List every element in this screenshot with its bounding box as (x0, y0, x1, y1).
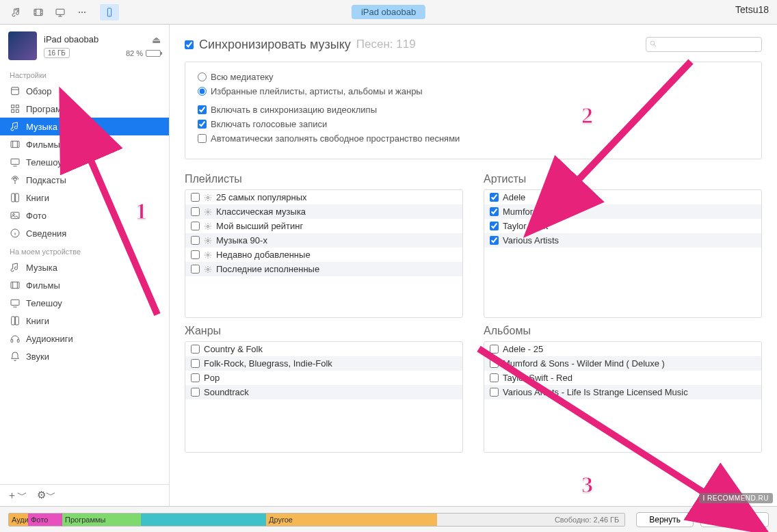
list-item[interactable]: Adele (484, 190, 761, 204)
check-include-videos[interactable]: Включать в синхронизацию видеоклипы (198, 105, 749, 115)
sidebar-item-podcasts[interactable]: Подкасты (0, 171, 169, 189)
storage-seg-photo: Фото (28, 514, 62, 526)
list-item[interactable]: Недавно добавленные (185, 248, 462, 262)
sync-title: Синхронизировать музыку (199, 38, 351, 52)
revert-button[interactable]: Вернуть (636, 512, 694, 527)
bottom-bar: Аудио Фото Программы Другое Свободно: 2,… (0, 506, 777, 532)
storage-seg-audio: Аудио (9, 514, 28, 526)
search-input[interactable] (646, 37, 762, 52)
svg-point-2 (79, 11, 80, 12)
user-label: Tetsu18 (735, 4, 769, 15)
ondevice-books[interactable]: Книги (0, 312, 169, 330)
svg-rect-11 (16, 109, 18, 112)
smart-playlist-icon (204, 194, 212, 202)
list-item[interactable]: Country & Folk (185, 342, 462, 356)
sidebar-item-photos[interactable]: Фото (0, 207, 169, 224)
sync-music-checkbox[interactable] (185, 40, 194, 49)
list-item[interactable]: Мой высший рейтинг (185, 219, 462, 233)
genres-title: Жанры (185, 325, 463, 337)
sidebar-item-music[interactable]: Музыка (0, 118, 169, 135)
apply-button[interactable]: Применить (700, 512, 769, 527)
sidebar-label: Музыка (26, 263, 57, 273)
list-item[interactable]: Последние исполненные (185, 262, 462, 276)
ondevice-tones[interactable]: Звуки (0, 347, 169, 365)
device-thumbnail (8, 31, 37, 60)
artists-listbox[interactable]: Adele Mumford & Sons Taylor Swift Variou… (484, 189, 762, 318)
list-item[interactable]: Various Artists - Life Is Strange Licens… (484, 385, 761, 399)
list-item[interactable]: Soundtrack (185, 385, 462, 399)
sidebar-label: Телешоу (26, 157, 62, 168)
svg-rect-1 (56, 9, 64, 14)
sidebar-item-tvshows[interactable]: Телешоу (0, 153, 169, 171)
music-library-icon[interactable] (7, 4, 26, 21)
device-header: iPad obaobab 16 ГБ ⏏ 82 % (0, 25, 169, 66)
list-item[interactable]: Pop (185, 371, 462, 385)
device-badge[interactable]: iPad obaobab (352, 5, 425, 19)
svg-point-26 (207, 239, 209, 241)
svg-point-6 (109, 14, 109, 15)
radio-selected-items[interactable]: Избранные плейлисты, артисты, альбомы и … (198, 86, 749, 96)
sidebar: iPad obaobab 16 ГБ ⏏ 82 % Настройки Обзо… (0, 25, 170, 506)
content-area: Синхронизировать музыку Песен: 119 Всю м… (170, 25, 777, 506)
sidebar-item-overview[interactable]: Обзор (0, 82, 169, 100)
check-autofill[interactable]: Автоматически заполнять свободное простр… (198, 133, 749, 144)
svg-rect-8 (12, 105, 14, 108)
storage-seg-free: Свободно: 2,46 ГБ (437, 514, 624, 526)
eject-icon[interactable]: ⏏ (126, 34, 161, 45)
ondevice-movies[interactable]: Фильмы (0, 276, 169, 294)
svg-point-14 (14, 178, 16, 181)
smart-playlist-icon (204, 251, 212, 259)
sidebar-item-books[interactable]: Книги (0, 189, 169, 207)
list-item[interactable]: Mumford & Sons (484, 204, 761, 219)
storage-seg-other: Другое (266, 514, 437, 526)
list-item[interactable]: Various Artists (484, 233, 761, 248)
svg-point-25 (207, 225, 209, 227)
radio-entire-library[interactable]: Всю медиатеку (198, 72, 749, 82)
sync-options-box: Всю медиатеку Избранные плейлисты, артис… (185, 62, 762, 159)
svg-rect-10 (12, 109, 14, 112)
smart-playlist-icon (204, 208, 212, 216)
svg-rect-20 (11, 339, 13, 342)
list-item[interactable]: Классическая музыка (185, 204, 462, 219)
list-item[interactable]: Folk-Rock, Bluegrass, Indie-Folk (185, 356, 462, 371)
movies-library-icon[interactable] (29, 4, 48, 21)
ondevice-music[interactable]: Музыка (0, 258, 169, 276)
svg-rect-9 (16, 105, 18, 108)
sidebar-item-apps[interactable]: Программы (0, 100, 169, 118)
list-item[interactable]: Mumford & Sons - Wilder Mind ( Deluxe ) (484, 356, 761, 371)
storage-seg-apps: Программы (62, 514, 141, 526)
sidebar-section-settings: Настройки (0, 66, 169, 82)
list-item[interactable]: Taylor Swift - Red (484, 371, 761, 385)
sidebar-label: Фильмы (26, 139, 60, 150)
more-icon[interactable] (73, 4, 92, 21)
genres-listbox[interactable]: Country & Folk Folk-Rock, Bluegrass, Ind… (185, 341, 463, 453)
playlists-listbox[interactable]: 25 самых популярных Классическая музыка … (185, 189, 463, 318)
device-icon[interactable] (100, 4, 119, 21)
battery-icon (146, 50, 161, 57)
gear-icon[interactable]: ⚙﹀ (37, 489, 56, 502)
list-item[interactable]: Taylor Swift (484, 219, 761, 233)
add-icon[interactable]: ＋﹀ (7, 489, 27, 502)
check-include-voice[interactable]: Включать голосовые записи (198, 119, 749, 129)
svg-point-27 (207, 254, 209, 256)
song-count: Песен: 119 (356, 38, 416, 51)
tv-library-icon[interactable] (51, 4, 70, 21)
watermark: I RECOMMEND.RU (699, 493, 773, 503)
sidebar-item-info[interactable]: Сведения (0, 224, 169, 242)
sidebar-item-movies[interactable]: Фильмы (0, 135, 169, 153)
svg-rect-19 (11, 300, 19, 305)
list-item[interactable]: Adele - 25 (484, 342, 761, 356)
svg-point-3 (81, 11, 83, 12)
albums-listbox[interactable]: Adele - 25 Mumford & Sons - Wilder Mind … (484, 341, 762, 453)
svg-point-28 (207, 268, 209, 270)
sidebar-label: Звуки (26, 351, 49, 362)
ondevice-tvshows[interactable]: Телешоу (0, 294, 169, 312)
list-item[interactable]: 25 самых популярных (185, 190, 462, 204)
svg-rect-7 (12, 88, 19, 95)
albums-title: Альбомы (484, 325, 762, 337)
ondevice-audiobooks[interactable]: Аудиокниги (0, 330, 169, 347)
battery-percent: 82 % (126, 49, 143, 57)
sidebar-label: Обзор (26, 86, 52, 96)
sidebar-label: Сведения (26, 228, 66, 239)
list-item[interactable]: Музыка 90-х (185, 233, 462, 248)
